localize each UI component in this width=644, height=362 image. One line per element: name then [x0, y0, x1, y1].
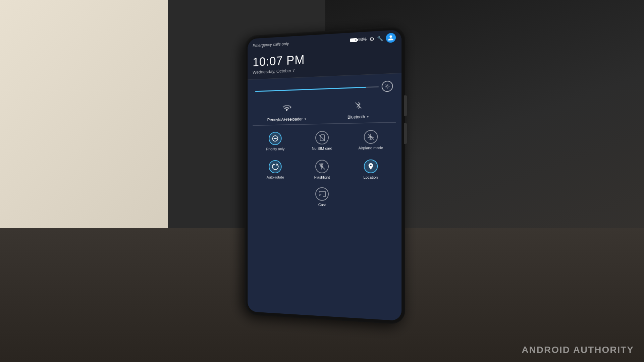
- location-icon: [364, 160, 378, 173]
- svg-point-0: [386, 85, 388, 87]
- no-sim-icon: [315, 131, 329, 144]
- svg-text:▼: ▼: [290, 107, 291, 109]
- brightness-fill: [255, 86, 366, 92]
- airplane-mode-icon: [364, 130, 378, 144]
- tiles-row-2: Auto-rotate Flashlight: [250, 155, 399, 184]
- side-button-2: [404, 123, 407, 144]
- brightness-slider[interactable]: [255, 86, 379, 92]
- cast-tile[interactable]: Cast: [309, 187, 335, 207]
- flashlight-icon: [315, 160, 329, 173]
- svg-line-6: [389, 87, 389, 88]
- bluetooth-icon: [354, 101, 363, 112]
- bluetooth-tile[interactable]: Bluetooth ▼: [322, 97, 396, 124]
- user-avatar[interactable]: [386, 33, 396, 43]
- connectivity-row: ▼ PennyIsAFreeloader ▼: [250, 96, 399, 127]
- watermark: ANDROID AUTHORITY: [522, 345, 634, 355]
- priority-only-tile[interactable]: Priority only: [263, 132, 288, 151]
- battery-percent: 93%: [358, 37, 367, 42]
- wifi-icon: ▼: [282, 103, 291, 115]
- svg-line-11: [355, 102, 361, 108]
- priority-only-label: Priority only: [266, 147, 284, 151]
- location-tile[interactable]: Location: [357, 160, 385, 180]
- svg-line-7: [385, 88, 386, 88]
- location-label: Location: [364, 175, 378, 179]
- wifi-tile[interactable]: ▼ PennyIsAFreeloader ▼: [253, 100, 322, 126]
- cast-label: Cast: [318, 203, 326, 207]
- wifi-dropdown-arrow: ▼: [304, 117, 307, 120]
- no-sim-label: No SIM card: [312, 146, 332, 150]
- wrench-icon: 🔧: [377, 36, 383, 41]
- bluetooth-label-row: Bluetooth ▼: [347, 114, 369, 120]
- auto-rotate-tile[interactable]: Auto-rotate: [263, 160, 288, 179]
- auto-rotate-label: Auto-rotate: [267, 175, 284, 179]
- phone-device: Emergency calls only 93% ⚙ 🔧: [245, 26, 405, 324]
- status-right-icons: 93% ⚙ 🔧: [350, 33, 396, 45]
- settings-icon[interactable]: ⚙: [369, 36, 374, 42]
- airplane-mode-tile[interactable]: Airplane mode: [357, 130, 385, 150]
- no-sim-tile[interactable]: No SIM card: [309, 131, 335, 150]
- battery-indicator: 93%: [350, 37, 367, 43]
- cast-row: Cast: [250, 184, 399, 210]
- battery-shape: [350, 38, 357, 42]
- bluetooth-label: Bluetooth: [347, 114, 365, 120]
- wifi-label: PennyIsAFreeloader ▼: [267, 117, 307, 122]
- side-button-1: [404, 95, 407, 116]
- quick-settings-panel: ▼ PennyIsAFreeloader ▼: [248, 73, 401, 321]
- emergency-text: Emergency calls only: [253, 42, 289, 48]
- tiles-row-1: Priority only No SIM card: [250, 125, 399, 155]
- airplane-mode-label: Airplane mode: [358, 146, 383, 150]
- screen-content: Emergency calls only 93% ⚙ 🔧: [248, 29, 401, 321]
- svg-line-5: [385, 84, 386, 85]
- bluetooth-dropdown-arrow: ▼: [366, 115, 369, 118]
- battery-fill: [351, 39, 356, 41]
- phone-screen: Emergency calls only 93% ⚙ 🔧: [248, 29, 401, 321]
- brightness-button[interactable]: [382, 80, 393, 92]
- wifi-network-name: PennyIsAFreeloader: [267, 117, 303, 122]
- auto-rotate-icon: [269, 160, 282, 173]
- cast-icon: [315, 187, 329, 201]
- flashlight-label: Flashlight: [314, 175, 330, 179]
- flashlight-tile[interactable]: Flashlight: [309, 160, 335, 179]
- svg-line-8: [389, 84, 389, 85]
- priority-only-icon: [269, 132, 282, 145]
